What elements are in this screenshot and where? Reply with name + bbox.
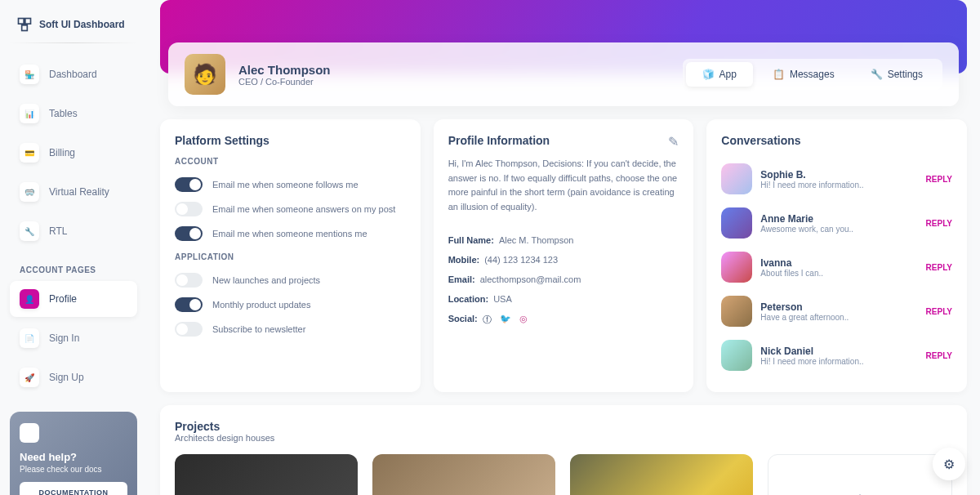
- reply-button[interactable]: REPLY: [926, 351, 952, 360]
- conversation-item: Nick DanielHi! I need more information..…: [721, 333, 952, 377]
- nav-signin[interactable]: 📄Sign In: [10, 320, 137, 356]
- toggle-updates[interactable]: [175, 297, 203, 312]
- svg-rect-2: [22, 25, 28, 31]
- avatar: 🧑: [185, 54, 225, 95]
- wrench-icon: 🔧: [871, 69, 883, 80]
- reply-button[interactable]: REPLY: [926, 219, 952, 228]
- conversations-card: Conversations Sophie B.Hi! I need more i…: [706, 119, 967, 392]
- conv-msg: Have a great afternoon..: [760, 313, 917, 322]
- rocket-icon: 🚀: [20, 368, 39, 387]
- documentation-button[interactable]: DOCUMENTATION: [20, 482, 127, 495]
- plus-icon: ＋: [853, 489, 866, 496]
- twitter-icon[interactable]: 🐦: [500, 314, 511, 326]
- tab-settings[interactable]: 🔧Settings: [854, 62, 939, 87]
- setting-label: Email me when someone mentions me: [212, 229, 368, 239]
- toggle-launches[interactable]: [175, 273, 203, 288]
- setting-row: Monthly product updates: [175, 292, 406, 317]
- help-sub: Please check our docs: [20, 465, 127, 474]
- project-thumbnail[interactable]: [372, 454, 555, 495]
- brand-text: Soft UI Dashboard: [39, 19, 125, 30]
- nav-vr[interactable]: 🥽Virtual Reality: [10, 174, 137, 210]
- toggle-newsletter[interactable]: [175, 322, 203, 337]
- instagram-icon[interactable]: ◎: [519, 314, 528, 326]
- help-card: ◆ Need help? Please check our docs DOCUM…: [10, 412, 137, 495]
- conv-msg: Hi! I need more information..: [760, 181, 917, 190]
- nav-label: Virtual Reality: [49, 186, 109, 198]
- nav-label: Sign Up: [49, 372, 84, 383]
- sidebar: Soft UI Dashboard 🏪Dashboard 📊Tables 💳Bi…: [0, 0, 147, 495]
- toggle-mentions[interactable]: [175, 226, 203, 241]
- user-icon: 👤: [20, 289, 39, 309]
- conv-name: Sophie B.: [760, 169, 917, 181]
- card-title: Conversations: [721, 134, 952, 147]
- new-project-button[interactable]: ＋ New project: [768, 454, 952, 495]
- card-icon: 💳: [20, 143, 39, 163]
- main: 🧑 Alec Thompson CEO / Co-Founder 🧊App 📋M…: [147, 0, 980, 495]
- cards-row: Platform Settings ACCOUNT Email me when …: [160, 119, 967, 392]
- toggle-answers[interactable]: [175, 202, 203, 216]
- edit-icon[interactable]: ✎: [668, 134, 679, 149]
- project-thumbnail[interactable]: [570, 454, 753, 495]
- info-val: (44) 123 1234 123: [484, 255, 558, 265]
- nav-profile[interactable]: 👤Profile: [10, 281, 137, 317]
- conv-msg: Awesome work, can you..: [760, 225, 917, 234]
- info-key: Email:: [448, 274, 475, 284]
- profile-info-card: ✎ Profile Information Hi, I'm Alec Thomp…: [434, 119, 694, 392]
- nav-label: Tables: [49, 108, 78, 119]
- nav-tables[interactable]: 📊Tables: [10, 96, 137, 132]
- nav-billing[interactable]: 💳Billing: [10, 135, 137, 171]
- setting-row: New launches and projects: [175, 268, 406, 292]
- tab-label: App: [719, 69, 737, 80]
- tab-app[interactable]: 🧊App: [686, 62, 753, 87]
- info-val: Alec M. Thompson: [499, 235, 574, 245]
- svg-rect-0: [19, 19, 24, 25]
- avatar: [721, 252, 752, 283]
- project-thumbnail[interactable]: [175, 454, 358, 495]
- setting-label: Email me when someone follows me: [212, 180, 359, 190]
- info-val: USA: [493, 294, 512, 304]
- info-val: alecthompson@mail.com: [480, 274, 581, 284]
- toggle-follows[interactable]: [175, 177, 203, 192]
- nav-section-header: ACCOUNT PAGES: [10, 252, 137, 281]
- settings-fab[interactable]: ⚙: [933, 448, 965, 480]
- message-icon: 📋: [773, 69, 785, 80]
- divider: [10, 42, 137, 43]
- nav-label: Sign In: [49, 332, 79, 344]
- gear-icon: ⚙: [943, 457, 955, 472]
- nav-rtl[interactable]: 🔧RTL: [10, 213, 137, 249]
- brand[interactable]: Soft UI Dashboard: [10, 13, 137, 36]
- profile-header: 🧑 Alec Thompson CEO / Co-Founder 🧊App 📋M…: [168, 42, 959, 106]
- setting-label: Monthly product updates: [212, 300, 310, 310]
- reply-button[interactable]: REPLY: [926, 175, 952, 184]
- setting-row: Email me when someone mentions me: [175, 221, 406, 246]
- setting-row: Email me when someone answers on my post: [175, 197, 406, 221]
- card-title: Profile Information: [448, 134, 679, 147]
- conv-name: Nick Daniel: [760, 346, 917, 357]
- brand-icon: [16, 16, 33, 33]
- nav-dashboard[interactable]: 🏪Dashboard: [10, 56, 137, 92]
- doc-icon: 📄: [20, 328, 39, 348]
- avatar: [721, 340, 752, 371]
- setting-label: Subscribe to newsletter: [212, 324, 305, 334]
- reply-button[interactable]: REPLY: [926, 307, 952, 316]
- conversation-item: Sophie B.Hi! I need more information..RE…: [721, 157, 952, 201]
- facebook-icon[interactable]: ⓕ: [483, 314, 492, 326]
- tab-label: Settings: [888, 69, 923, 80]
- help-title: Need help?: [20, 451, 127, 463]
- profile-info: Alec Thompson CEO / Co-Founder: [238, 63, 331, 87]
- tab-messages[interactable]: 📋Messages: [756, 62, 851, 87]
- projects-card: Projects Architects design houses ＋ New …: [160, 405, 967, 495]
- info-key: Full Name:: [448, 235, 494, 245]
- setting-label: Email me when someone answers on my post: [212, 204, 395, 214]
- info-key: Social:: [448, 314, 478, 326]
- nav-label: Profile: [49, 293, 77, 305]
- nav-label: RTL: [49, 225, 67, 237]
- social-links: ⓕ 🐦 ◎: [483, 314, 528, 326]
- reply-button[interactable]: REPLY: [926, 263, 952, 272]
- vr-icon: 🥽: [20, 182, 39, 202]
- nav-signup[interactable]: 🚀Sign Up: [10, 359, 137, 395]
- conv-name: Peterson: [760, 301, 917, 313]
- projects-grid: ＋ New project: [175, 454, 952, 495]
- diamond-icon: ◆: [20, 423, 39, 443]
- tab-label: Messages: [790, 69, 835, 80]
